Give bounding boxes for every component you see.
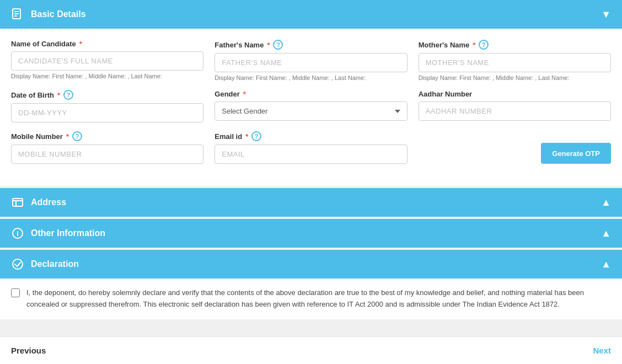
otp-group: Generate OTP bbox=[419, 143, 611, 164]
fathers-name-hint: Display Name: First Name: , Middle Name:… bbox=[215, 74, 407, 81]
gender-label: Gender * bbox=[215, 90, 407, 98]
form-row-1: Name of Candidate * Display Name: First … bbox=[11, 40, 611, 81]
candidate-name-label: Name of Candidate * bbox=[11, 40, 203, 48]
declaration-chevron: ▲ bbox=[601, 259, 611, 270]
dob-help-icon[interactable]: ? bbox=[63, 90, 73, 100]
candidate-name-hint: Display Name: First Name: , Middle Name:… bbox=[11, 73, 203, 79]
fathers-name-input[interactable] bbox=[215, 53, 407, 72]
mothers-name-required: * bbox=[473, 41, 475, 49]
other-info-header[interactable]: i Other Information ▲ bbox=[0, 219, 622, 248]
candidate-name-required: * bbox=[79, 40, 82, 48]
svg-text:i: i bbox=[17, 229, 19, 238]
gender-required: * bbox=[243, 90, 246, 98]
mothers-name-help-icon[interactable]: ? bbox=[479, 40, 489, 50]
basic-details-title: Basic Details bbox=[31, 9, 86, 19]
form-row-2: Date of Birth * ? Gender * Select Gender… bbox=[11, 90, 611, 122]
svg-rect-4 bbox=[13, 199, 23, 206]
declaration-checkbox[interactable] bbox=[11, 288, 20, 297]
candidate-name-group: Name of Candidate * Display Name: First … bbox=[11, 40, 203, 81]
aadhar-group: Aadhar Number bbox=[419, 90, 611, 122]
other-info-title: Other Information bbox=[31, 228, 105, 238]
svg-rect-3 bbox=[14, 15, 17, 17]
candidate-name-input[interactable] bbox=[11, 51, 203, 71]
basic-details-header-left: Basic Details bbox=[11, 8, 86, 21]
mothers-name-group: Mother's Name * ? Display Name: First Na… bbox=[419, 40, 611, 81]
fathers-name-required: * bbox=[267, 41, 270, 49]
basic-details-section: Basic Details ▼ Name of Candidate * Disp… bbox=[0, 0, 622, 186]
page-container: Basic Details ▼ Name of Candidate * Disp… bbox=[0, 0, 622, 364]
svg-rect-1 bbox=[14, 11, 19, 12]
basic-details-form: Name of Candidate * Display Name: First … bbox=[0, 29, 622, 186]
address-header[interactable]: Address ▲ bbox=[0, 188, 622, 217]
aadhar-label: Aadhar Number bbox=[419, 90, 611, 98]
basic-details-chevron: ▼ bbox=[601, 9, 611, 20]
footer-bar: Previous Next bbox=[0, 336, 622, 364]
declaration-checkbox-row: I, the deponent, do hereby solemnly decl… bbox=[11, 287, 611, 311]
declaration-text: I, the deponent, do hereby solemnly decl… bbox=[26, 287, 611, 311]
declaration-title: Declaration bbox=[31, 259, 79, 269]
email-label: Email id * ? bbox=[215, 131, 407, 141]
dob-label: Date of Birth * ? bbox=[11, 90, 203, 100]
svg-rect-2 bbox=[14, 13, 19, 14]
declaration-body: I, the deponent, do hereby solemnly decl… bbox=[0, 279, 622, 319]
next-button[interactable]: Next bbox=[593, 346, 611, 355]
aadhar-input[interactable] bbox=[419, 101, 611, 121]
declaration-section: Declaration ▲ I, the deponent, do hereby… bbox=[0, 250, 622, 319]
address-title: Address bbox=[31, 197, 66, 207]
form-row-3: Mobile Number * ? Email id * ? Genera bbox=[11, 131, 611, 164]
email-required: * bbox=[245, 132, 248, 141]
fathers-name-help-icon[interactable]: ? bbox=[273, 40, 283, 50]
form-icon bbox=[11, 8, 24, 21]
address-header-left: Address bbox=[11, 196, 66, 209]
other-info-header-left: i Other Information bbox=[11, 227, 105, 240]
address-icon bbox=[11, 196, 24, 209]
previous-button[interactable]: Previous bbox=[11, 346, 46, 355]
address-chevron: ▲ bbox=[601, 197, 611, 208]
declaration-header-left: Declaration bbox=[11, 258, 79, 271]
check-icon bbox=[11, 258, 24, 271]
email-group: Email id * ? bbox=[215, 131, 407, 164]
spacer bbox=[0, 322, 622, 336]
svg-point-7 bbox=[13, 259, 23, 269]
gender-select[interactable]: Select Gender Male Female Other bbox=[215, 101, 407, 121]
other-info-chevron: ▲ bbox=[601, 228, 611, 239]
basic-details-header[interactable]: Basic Details ▼ bbox=[0, 0, 622, 29]
fathers-name-group: Father's Name * ? Display Name: First Na… bbox=[215, 40, 407, 81]
mobile-label: Mobile Number * ? bbox=[11, 131, 203, 141]
declaration-header[interactable]: Declaration ▲ bbox=[0, 250, 622, 279]
mobile-input[interactable] bbox=[11, 144, 203, 164]
other-info-section: i Other Information ▲ bbox=[0, 219, 622, 248]
mothers-name-input[interactable] bbox=[419, 53, 611, 72]
info-icon: i bbox=[11, 227, 24, 240]
dob-required: * bbox=[57, 91, 60, 99]
mothers-name-hint: Display Name: First Name: , Middle Name:… bbox=[419, 74, 611, 81]
mobile-group: Mobile Number * ? bbox=[11, 131, 203, 164]
dob-group: Date of Birth * ? bbox=[11, 90, 203, 122]
address-section: Address ▲ bbox=[0, 188, 622, 217]
generate-otp-button[interactable]: Generate OTP bbox=[541, 143, 611, 164]
gender-group: Gender * Select Gender Male Female Other bbox=[215, 90, 407, 122]
mothers-name-label: Mother's Name * ? bbox=[419, 40, 611, 50]
email-help-icon[interactable]: ? bbox=[251, 131, 261, 141]
email-input[interactable] bbox=[215, 144, 407, 164]
mobile-help-icon[interactable]: ? bbox=[72, 131, 82, 141]
fathers-name-label: Father's Name * ? bbox=[215, 40, 407, 50]
mobile-required: * bbox=[66, 132, 69, 141]
dob-input[interactable] bbox=[11, 103, 203, 122]
